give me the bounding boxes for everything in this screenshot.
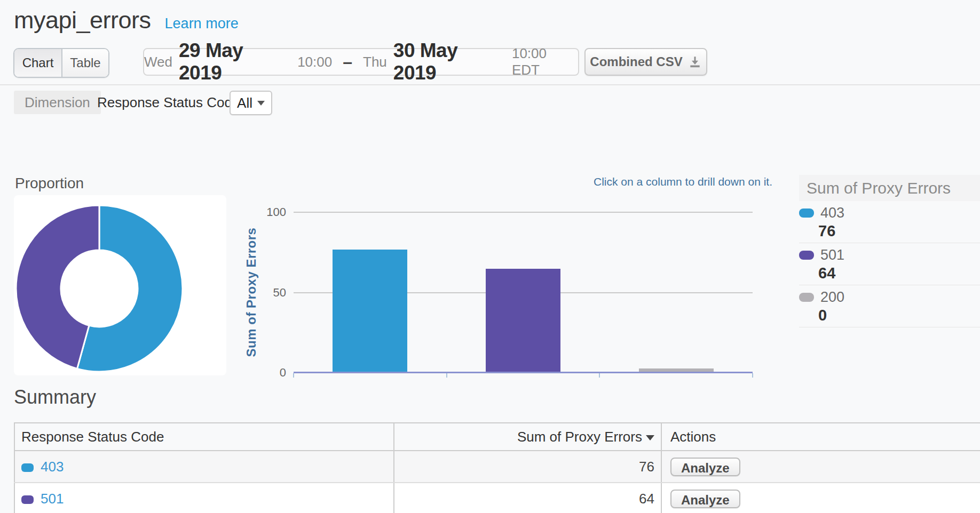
legend-item-200[interactable]: 2000 [799, 285, 980, 327]
column-header-response-status-code: Response Status Code [14, 423, 394, 451]
column-header-actions: Actions [661, 423, 980, 451]
combined-csv-button[interactable]: Combined CSV [584, 48, 707, 76]
report-header: myapi_errors Learn more [14, 6, 239, 34]
legend-swatch [799, 251, 814, 260]
x-axis-tick [599, 373, 600, 378]
status-swatch [21, 463, 34, 472]
chart-legend: Sum of Proxy Errors 40376501642000 [799, 175, 980, 327]
combined-csv-label: Combined CSV [590, 54, 682, 69]
dimension-filter-value: All [237, 95, 252, 111]
end-date: 30 May 2019 [393, 39, 505, 84]
proportion-donut-card [14, 195, 226, 375]
status-swatch [21, 495, 34, 504]
legend-title: Sum of Proxy Errors [799, 175, 980, 201]
status-code-link[interactable]: 501 [41, 491, 64, 507]
legend-swatch [799, 209, 814, 218]
page-title: myapi_errors [14, 6, 151, 34]
actions-cell: Analyze [661, 451, 980, 483]
x-axis-tick [752, 373, 753, 378]
legend-label: 403 [820, 205, 844, 221]
legend-swatch [799, 293, 814, 302]
header-divider [0, 84, 980, 85]
summary-row-403: 40376Analyze [14, 451, 980, 483]
date-range-picker[interactable]: Wed 29 May 2019 10:00 – Thu 30 May 2019 … [143, 48, 579, 76]
gridline-100 [294, 212, 753, 213]
sum-value-cell: 76 [394, 451, 661, 483]
sort-descending-icon [646, 435, 654, 440]
status-code-cell: 403 [14, 451, 394, 483]
legend-item-501[interactable]: 50164 [799, 243, 980, 285]
bar-501[interactable] [486, 269, 560, 372]
column-header-sum-of-proxy-errors[interactable]: Sum of Proxy Errors [394, 423, 661, 451]
x-axis-tick [293, 373, 294, 378]
download-icon [688, 55, 702, 69]
bar-200[interactable] [639, 368, 714, 372]
bar-chart-plot [294, 212, 753, 373]
end-day: Thu [363, 54, 387, 70]
legend-label: 200 [820, 289, 844, 306]
view-toggle: Chart Table [13, 48, 109, 78]
y-tick-label-0: 0 [235, 366, 286, 380]
drilldown-hint: Click on a column to drill down on it. [505, 175, 772, 188]
legend-items: 40376501642000 [799, 201, 980, 327]
summary-header-row: Response Status Code Sum of Proxy Errors… [14, 423, 980, 451]
dimension-chip: Dimension [14, 91, 101, 114]
bar-403[interactable] [333, 250, 407, 372]
x-axis-line [294, 372, 753, 373]
status-code-link[interactable]: 403 [41, 459, 64, 475]
end-time: 10:00 EDT [512, 45, 578, 78]
analyze-button[interactable]: Analyze [670, 458, 740, 476]
summary-title: Summary [14, 386, 96, 408]
legend-value: 64 [818, 264, 980, 282]
analyze-button[interactable]: Analyze [670, 490, 740, 508]
sum-value-cell: 64 [394, 483, 661, 513]
proportion-title: Proportion [15, 175, 84, 192]
start-day: Wed [144, 54, 172, 70]
y-axis-tick-labels: 050100 [235, 212, 286, 373]
legend-item-403[interactable]: 40376 [799, 201, 980, 243]
chart-view-button[interactable]: Chart [14, 49, 62, 77]
start-time: 10:00 [297, 54, 332, 70]
y-tick-label-100: 100 [235, 205, 286, 219]
dimension-filter-dropdown[interactable]: All [230, 91, 272, 115]
proportion-donut-chart[interactable] [14, 195, 226, 375]
summary-table: Response Status Code Sum of Proxy Errors… [14, 422, 980, 513]
y-tick-label-50: 50 [235, 286, 286, 300]
date-range-separator: – [343, 52, 352, 72]
start-date: 29 May 2019 [179, 39, 291, 84]
learn-more-link[interactable]: Learn more [165, 15, 239, 32]
x-axis-tick [446, 373, 447, 378]
table-view-button[interactable]: Table [62, 49, 108, 77]
legend-value: 0 [818, 307, 980, 324]
caret-down-icon [257, 101, 265, 106]
legend-label: 501 [820, 247, 844, 263]
summary-row-501: 50164Analyze [14, 483, 980, 513]
legend-value: 76 [818, 222, 980, 239]
actions-cell: Analyze [661, 483, 980, 513]
dimension-name-label: Response Status Code [97, 91, 240, 114]
status-code-cell: 501 [14, 483, 394, 513]
